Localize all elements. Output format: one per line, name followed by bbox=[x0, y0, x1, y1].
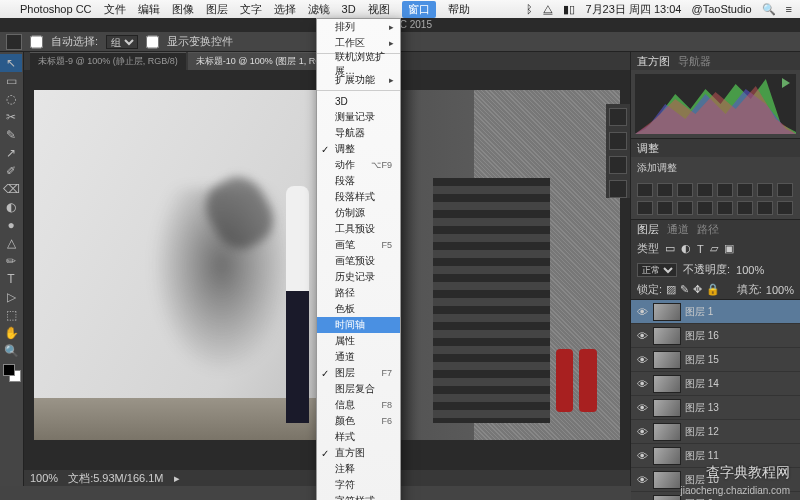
menu-edit[interactable]: 编辑 bbox=[138, 2, 160, 17]
menu-item[interactable]: 画笔预设 bbox=[317, 253, 400, 269]
menu-item[interactable]: 路径 bbox=[317, 285, 400, 301]
menu-item[interactable]: 工具预设 bbox=[317, 221, 400, 237]
layer-thumb[interactable] bbox=[653, 399, 681, 417]
filter-type-icon[interactable]: T bbox=[697, 243, 704, 255]
panel-icon-1[interactable] bbox=[609, 108, 627, 126]
layer-thumb[interactable] bbox=[653, 423, 681, 441]
menu-item[interactable]: 历史记录 bbox=[317, 269, 400, 285]
visibility-icon[interactable]: 👁 bbox=[635, 450, 649, 462]
layer-thumb[interactable] bbox=[653, 495, 681, 501]
menu-item[interactable]: 3D bbox=[317, 93, 400, 109]
menu-item[interactable]: 通道 bbox=[317, 349, 400, 365]
menu-select[interactable]: 选择 bbox=[274, 2, 296, 17]
color-swatch[interactable] bbox=[3, 364, 21, 382]
tool-16[interactable]: 🔍 bbox=[0, 342, 22, 360]
visibility-icon[interactable]: 👁 bbox=[635, 402, 649, 414]
menu-help[interactable]: 帮助 bbox=[448, 2, 470, 17]
menu-item[interactable]: 信息F8 bbox=[317, 397, 400, 413]
tool-6[interactable]: ✐ bbox=[0, 162, 22, 180]
adj-photo-icon[interactable] bbox=[637, 201, 653, 215]
lock-all-icon[interactable]: 🔒 bbox=[706, 283, 720, 296]
layer-row[interactable]: 👁图层 12 bbox=[631, 420, 800, 444]
bluetooth-icon[interactable]: ᛒ bbox=[526, 3, 533, 15]
menu-item[interactable]: 联机浏览扩展… bbox=[317, 56, 400, 72]
menu-item[interactable]: 色板 bbox=[317, 301, 400, 317]
adj-brightness-icon[interactable] bbox=[637, 183, 653, 197]
adj-curves-icon[interactable] bbox=[677, 183, 693, 197]
tool-14[interactable]: ⬚ bbox=[0, 306, 22, 324]
menu-layer[interactable]: 图层 bbox=[206, 2, 228, 17]
menu-window[interactable]: 窗口 bbox=[402, 1, 436, 18]
layer-row[interactable]: 👁图层 14 bbox=[631, 372, 800, 396]
tool-11[interactable]: ✏ bbox=[0, 252, 22, 270]
menu-3d[interactable]: 3D bbox=[342, 3, 356, 15]
auto-select-dropdown[interactable]: 组 bbox=[106, 35, 138, 49]
menu-item[interactable]: 工作区 bbox=[317, 35, 400, 51]
menu-item[interactable]: 字符 bbox=[317, 477, 400, 493]
filter-smart-icon[interactable]: ▣ bbox=[724, 242, 734, 255]
layer-row[interactable]: 👁图层 15 bbox=[631, 348, 800, 372]
tool-1[interactable]: ▭ bbox=[0, 72, 22, 90]
menu-item[interactable]: 测量记录 bbox=[317, 109, 400, 125]
tab-paths[interactable]: 路径 bbox=[697, 222, 719, 237]
menu-item[interactable]: 字符样式 bbox=[317, 493, 400, 500]
adj-hue-icon[interactable] bbox=[737, 183, 753, 197]
layer-thumb[interactable] bbox=[653, 303, 681, 321]
menu-item[interactable]: ✓调整 bbox=[317, 141, 400, 157]
menu-item[interactable]: 动作⌥F9 bbox=[317, 157, 400, 173]
tool-15[interactable]: ✋ bbox=[0, 324, 22, 342]
tab-layers[interactable]: 图层 bbox=[637, 222, 659, 237]
adj-invert-icon[interactable] bbox=[697, 201, 713, 215]
move-tool-icon[interactable] bbox=[6, 34, 22, 50]
status-arrow-icon[interactable]: ▸ bbox=[174, 472, 180, 485]
menu-item[interactable]: 导航器 bbox=[317, 125, 400, 141]
lock-pos-icon[interactable]: ✥ bbox=[693, 283, 702, 296]
adj-colorbal-icon[interactable] bbox=[757, 183, 773, 197]
tool-13[interactable]: ▷ bbox=[0, 288, 22, 306]
menu-file[interactable]: 文件 bbox=[104, 2, 126, 17]
menu-item[interactable]: 段落样式 bbox=[317, 189, 400, 205]
layer-row[interactable]: 👁图层 13 bbox=[631, 396, 800, 420]
menu-view[interactable]: 视图 bbox=[368, 2, 390, 17]
panel-icon-4[interactable] bbox=[609, 180, 627, 198]
menu-filter[interactable]: 滤镜 bbox=[308, 2, 330, 17]
adj-exposure-icon[interactable] bbox=[697, 183, 713, 197]
adj-levels-icon[interactable] bbox=[657, 183, 673, 197]
menu-item[interactable]: 扩展功能 bbox=[317, 72, 400, 88]
fill-value[interactable]: 100% bbox=[766, 284, 794, 296]
visibility-icon[interactable]: 👁 bbox=[635, 306, 649, 318]
layer-row[interactable]: 👁图层 1 bbox=[631, 300, 800, 324]
visibility-icon[interactable]: 👁 bbox=[635, 378, 649, 390]
adj-poster-icon[interactable] bbox=[717, 201, 733, 215]
menu-item[interactable]: 图层复合 bbox=[317, 381, 400, 397]
filter-shape-icon[interactable]: ▱ bbox=[710, 242, 718, 255]
tool-0[interactable]: ↖ bbox=[0, 54, 22, 72]
blend-mode-dropdown[interactable]: 正常 bbox=[637, 263, 677, 277]
adj-gradmap-icon[interactable] bbox=[757, 201, 773, 215]
layer-thumb[interactable] bbox=[653, 351, 681, 369]
tool-10[interactable]: △ bbox=[0, 234, 22, 252]
clock[interactable]: 7月23日 周四 13:04 bbox=[585, 2, 681, 17]
adj-thresh-icon[interactable] bbox=[737, 201, 753, 215]
auto-select-checkbox[interactable] bbox=[30, 35, 43, 49]
menu-item[interactable]: ✓图层F7 bbox=[317, 365, 400, 381]
menu-item[interactable]: 样式 bbox=[317, 429, 400, 445]
layer-thumb[interactable] bbox=[653, 447, 681, 465]
opacity-value[interactable]: 100% bbox=[736, 264, 764, 276]
visibility-icon[interactable]: 👁 bbox=[635, 474, 649, 486]
menu-image[interactable]: 图像 bbox=[172, 2, 194, 17]
tab-adjustments[interactable]: 调整 bbox=[637, 141, 659, 156]
menu-item[interactable]: 画笔F5 bbox=[317, 237, 400, 253]
menu-icon[interactable]: ≡ bbox=[786, 3, 792, 15]
panel-icon-3[interactable] bbox=[609, 156, 627, 174]
adj-vibrance-icon[interactable] bbox=[717, 183, 733, 197]
spotlight-icon[interactable]: 🔍 bbox=[762, 3, 776, 16]
lock-pixel-icon[interactable]: ✎ bbox=[680, 283, 689, 296]
menu-item[interactable]: 段落 bbox=[317, 173, 400, 189]
user[interactable]: @TaoStudio bbox=[691, 3, 751, 15]
menu-item[interactable]: 时间轴 bbox=[317, 317, 400, 333]
tool-4[interactable]: ✎ bbox=[0, 126, 22, 144]
filter-adj-icon[interactable]: ◐ bbox=[681, 242, 691, 255]
layer-thumb[interactable] bbox=[653, 471, 681, 489]
tab-histogram[interactable]: 直方图 bbox=[637, 54, 670, 69]
